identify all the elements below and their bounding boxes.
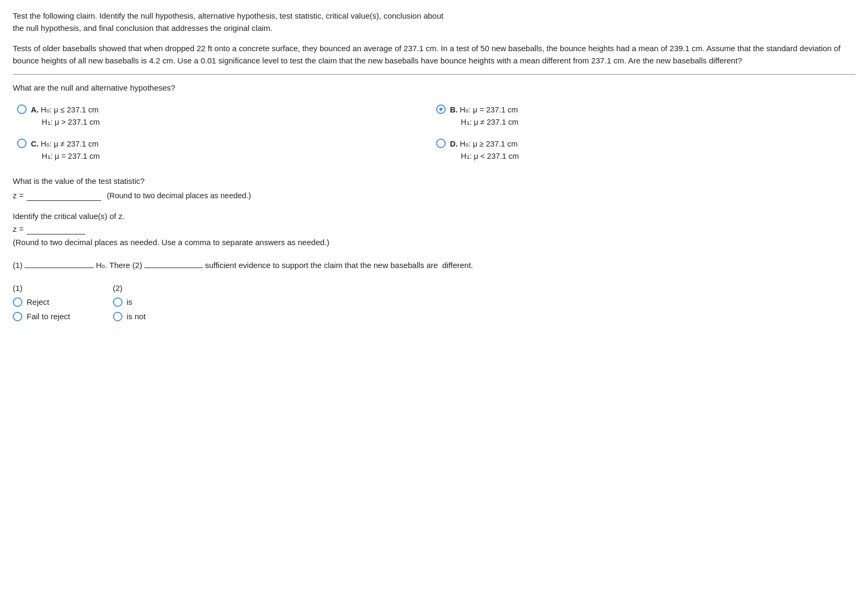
conclusion-section: (1) H₀. There (2) sufficient evidence to… [13,258,855,272]
group1-option-reject[interactable]: Reject [13,297,70,307]
z-prefix-1: z = [13,191,23,200]
hypotheses-grid: A.H₀: μ ≤ 237.1 cm H₁: μ > 237.1 cm B.H₀… [17,102,855,165]
option-D[interactable]: D.H₀: μ ≥ 237.1 cm H₁: μ < 237.1 cm [436,136,855,165]
group2-label: (2) [113,284,122,293]
option-C[interactable]: C.H₀: μ ≠ 237.1 cm H₁: μ = 237.1 cm [17,136,436,165]
option-group1-header: (1) [13,284,70,293]
option-A[interactable]: A.H₀: μ ≤ 237.1 cm H₁: μ > 237.1 cm [17,102,436,131]
round-note-2: (Round to two decimal places as needed. … [13,237,855,249]
option-group2-header: (2) [113,284,146,293]
is-not-label: is not [127,312,146,321]
radio-is-not[interactable] [113,312,122,321]
intro-line1: Test the following claim. Identify the n… [13,11,444,20]
test-stat-question: What is the value of the test statistic? [13,175,855,188]
radio-A[interactable] [17,104,27,114]
intro-paragraph: Test the following claim. Identify the n… [13,10,855,35]
radio-is[interactable] [113,297,122,307]
intro-line2: the null hypothesis, and final conclusio… [13,23,273,33]
group1: (1) Reject Fail to reject [13,284,70,321]
fail-to-reject-label: Fail to reject [27,312,70,321]
problem-text: Tests of older baseballs showed that whe… [13,42,855,67]
blank-1 [24,258,94,268]
radio-reject[interactable] [13,297,22,307]
group1-option-fail[interactable]: Fail to reject [13,311,70,321]
test-statistic-section: What is the value of the test statistic?… [13,175,855,201]
reject-label: Reject [27,297,50,306]
z-prefix-2: z = [13,224,23,233]
divider [13,74,855,75]
blank-2 [144,258,203,268]
group2-option-is-not[interactable]: is not [113,311,146,321]
critical-question: Identify the critical value(s) of z. [13,211,855,223]
z-value-input[interactable] [27,191,101,201]
group2-option-is[interactable]: is [113,297,146,307]
group2: (2) is is not [113,284,146,321]
radio-C[interactable] [17,139,27,148]
radio-B[interactable] [436,104,446,114]
critical-section: Identify the critical value(s) of z. z =… [13,211,855,249]
group1-label: (1) [13,284,22,293]
radio-D[interactable] [436,139,446,148]
conclusion-line: (1) H₀. There (2) sufficient evidence to… [13,258,855,272]
options-row: (1) Reject Fail to reject (2) is is not [13,284,855,321]
critical-value-input[interactable] [27,224,85,234]
option-B[interactable]: B.H₀: μ = 237.1 cm H₁: μ ≠ 237.1 cm [436,102,855,131]
hypotheses-question: What are the null and alternative hypoth… [13,82,855,94]
radio-fail-to-reject[interactable] [13,312,22,321]
round-note-1: (Round to two decimal places as needed.) [107,191,251,200]
is-label: is [127,297,133,306]
